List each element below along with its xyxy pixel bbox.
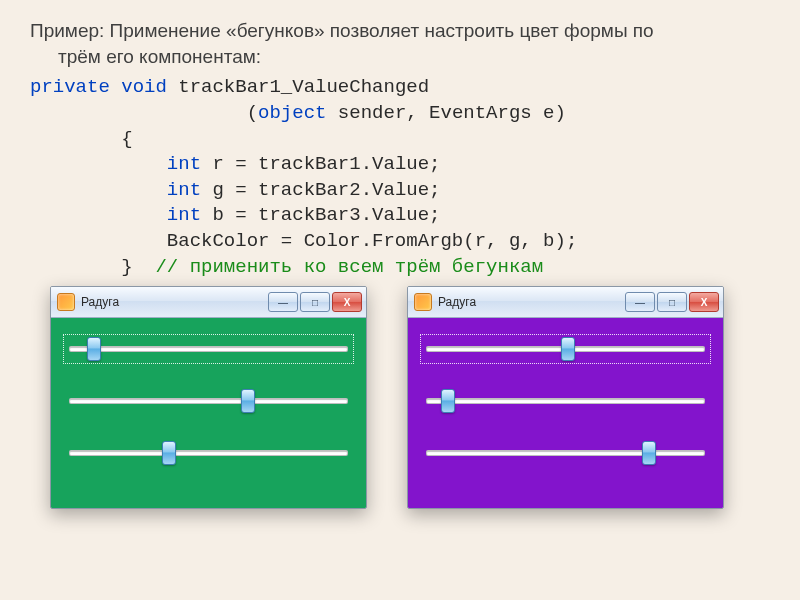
window-title: Радуга bbox=[438, 295, 625, 309]
form-window-green: Радуга — □ X bbox=[50, 286, 367, 509]
trackbar-track bbox=[69, 398, 348, 404]
close-icon: X bbox=[344, 297, 351, 308]
close-icon: X bbox=[701, 297, 708, 308]
line-r: r = trackBar1.Value; bbox=[201, 153, 440, 175]
brace-close: } bbox=[30, 256, 155, 278]
trackbar-track bbox=[69, 346, 348, 352]
kw-private: private bbox=[30, 76, 110, 98]
params-mid: sender, EventArgs e) bbox=[326, 102, 565, 124]
intro-text: Пример: Применение «бегунков» позволяет … bbox=[0, 0, 800, 71]
minimize-icon: — bbox=[635, 297, 645, 308]
trackbar-b[interactable] bbox=[69, 436, 348, 470]
brace-open: { bbox=[30, 128, 133, 150]
trackbar-thumb[interactable] bbox=[642, 441, 656, 465]
indent-b bbox=[30, 204, 167, 226]
line-b: b = trackBar3.Value; bbox=[201, 204, 440, 226]
kw-int-r: int bbox=[167, 153, 201, 175]
trackbar-g[interactable] bbox=[426, 384, 705, 418]
trackbar-thumb[interactable] bbox=[561, 337, 575, 361]
line-backcolor: BackColor = Color.FromArgb(r, g, b); bbox=[30, 230, 577, 252]
trackbar-b[interactable] bbox=[426, 436, 705, 470]
trackbar-thumb[interactable] bbox=[87, 337, 101, 361]
trackbar-r[interactable] bbox=[69, 332, 348, 366]
maximize-button[interactable]: □ bbox=[300, 292, 330, 312]
kw-int-g: int bbox=[167, 179, 201, 201]
kw-int-b: int bbox=[167, 204, 201, 226]
indent-g bbox=[30, 179, 167, 201]
app-icon bbox=[57, 293, 75, 311]
maximize-button[interactable]: □ bbox=[657, 292, 687, 312]
form-window-purple: Радуга — □ X bbox=[407, 286, 724, 509]
titlebar[interactable]: Радуга — □ X bbox=[408, 287, 723, 318]
intro-line2: трём его компонентам: bbox=[30, 44, 770, 70]
trackbar-thumb[interactable] bbox=[241, 389, 255, 413]
client-area bbox=[408, 318, 723, 508]
minimize-button[interactable]: — bbox=[625, 292, 655, 312]
client-area bbox=[51, 318, 366, 508]
indent-r bbox=[30, 153, 167, 175]
code-comment: // применить ко всем трём бегункам bbox=[155, 256, 543, 278]
kw-object: object bbox=[258, 102, 326, 124]
window-title: Радуга bbox=[81, 295, 268, 309]
trackbar-track bbox=[426, 450, 705, 456]
code-block: private void trackBar1_ValueChanged (obj… bbox=[0, 71, 800, 280]
minimize-icon: — bbox=[278, 297, 288, 308]
titlebar[interactable]: Радуга — □ X bbox=[51, 287, 366, 318]
minimize-button[interactable]: — bbox=[268, 292, 298, 312]
window-buttons: — □ X bbox=[268, 292, 362, 312]
close-button[interactable]: X bbox=[332, 292, 362, 312]
windows-row: Радуга — □ X Р bbox=[0, 280, 800, 509]
trackbar-r[interactable] bbox=[426, 332, 705, 366]
maximize-icon: □ bbox=[312, 297, 318, 308]
close-button[interactable]: X bbox=[689, 292, 719, 312]
trackbar-track bbox=[426, 398, 705, 404]
intro-line1: Пример: Применение «бегунков» позволяет … bbox=[30, 20, 654, 41]
trackbar-track bbox=[69, 450, 348, 456]
trackbar-g[interactable] bbox=[69, 384, 348, 418]
trackbar-thumb[interactable] bbox=[162, 441, 176, 465]
params-prefix: ( bbox=[30, 102, 258, 124]
method-name: trackBar1_ValueChanged bbox=[167, 76, 429, 98]
kw-void: void bbox=[121, 76, 167, 98]
maximize-icon: □ bbox=[669, 297, 675, 308]
window-buttons: — □ X bbox=[625, 292, 719, 312]
line-g: g = trackBar2.Value; bbox=[201, 179, 440, 201]
trackbar-thumb[interactable] bbox=[441, 389, 455, 413]
app-icon bbox=[414, 293, 432, 311]
